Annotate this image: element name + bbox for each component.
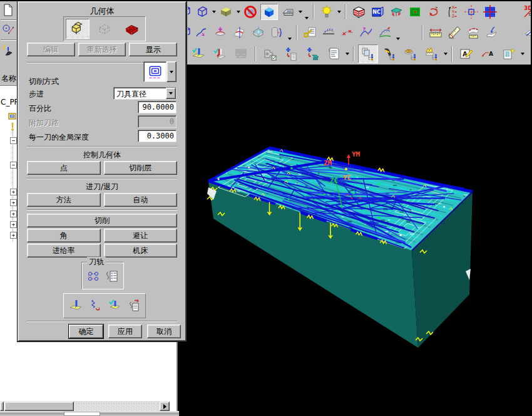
section-analysis-button[interactable] (212, 24, 229, 41)
replay-button[interactable] (86, 297, 104, 315)
measure-angle-button[interactable] (446, 24, 463, 41)
list-button[interactable] (125, 297, 143, 315)
method-button[interactable]: 方法 (27, 193, 101, 207)
display-shaded-edges-dropdown[interactable] (235, 4, 241, 20)
program-group-icon[interactable] (8, 112, 17, 120)
machine-button[interactable]: 机床 (104, 244, 178, 257)
generate-toolpath-button[interactable] (188, 44, 208, 63)
tree-collapse-node[interactable]: − (10, 162, 17, 169)
tree-expand-node[interactable]: + (10, 232, 17, 239)
scene-lights-dropdown[interactable] (336, 4, 342, 20)
corner-button[interactable]: 角 (27, 229, 101, 242)
offset-face-curve-button[interactable] (268, 24, 285, 41)
output-clsf-button[interactable] (281, 44, 301, 63)
program-order-view-button[interactable] (358, 44, 378, 63)
blank-geometry-button[interactable] (120, 19, 143, 39)
tree-expand-node[interactable]: + (10, 211, 17, 217)
rotate-wcs-button[interactable]: z (425, 4, 442, 20)
geometry-view-button[interactable] (401, 44, 421, 63)
toolbar-overflow-arrow[interactable] (286, 38, 293, 43)
tree-expand-node[interactable]: + (10, 221, 17, 228)
measure-face-button[interactable] (464, 24, 482, 41)
ok-button[interactable]: 确定 (69, 325, 103, 338)
postprocess-button[interactable] (260, 44, 280, 63)
machining-method-view-button[interactable] (422, 44, 442, 63)
scene-lights-button[interactable] (318, 4, 335, 20)
deviation-check-button[interactable] (339, 24, 356, 41)
display-boundary-button[interactable] (406, 4, 424, 20)
hscroll-thumb[interactable] (4, 402, 74, 411)
pattern-stamp-button[interactable] (499, 44, 519, 63)
warning-icon[interactable] (8, 122, 17, 131)
auto-button[interactable]: 自动 (104, 193, 178, 207)
graphics-window[interactable]: ZMYMYCZC (179, 65, 532, 416)
project-curve-button[interactable] (193, 24, 210, 41)
work-plane-grid-button[interactable] (481, 4, 499, 20)
postprocess-machine-button[interactable] (302, 44, 322, 63)
leader-text-button[interactable]: A (478, 44, 498, 63)
tree-expand-node[interactable]: + (10, 199, 17, 206)
edit-button[interactable]: 编辑 (27, 43, 75, 56)
coordinate-readout-button[interactable]: X=Y=Z= (444, 4, 461, 20)
display-shaded-edges-button[interactable] (217, 4, 235, 20)
display-shaded-button[interactable] (260, 4, 278, 20)
toolpath-report-button[interactable] (231, 44, 251, 63)
stepover-combo[interactable]: 刀具直径 (113, 87, 176, 100)
part-geometry-button[interactable] (66, 19, 90, 39)
depth-per-cut-input[interactable] (138, 130, 176, 142)
machine-tool-view-button[interactable] (379, 44, 399, 63)
check-geometry-button[interactable] (93, 19, 116, 39)
verify-button[interactable] (106, 297, 123, 315)
annotation-editor-button[interactable]: A (456, 44, 476, 63)
finish-tool-button[interactable] (0, 41, 16, 59)
nc-program-node[interactable]: C_PR (1, 98, 19, 107)
verify-toolpath-button[interactable] (210, 44, 230, 63)
toolpath-display-button[interactable] (84, 268, 102, 285)
display-wireframe-dropdown[interactable] (211, 4, 217, 20)
new-part-button[interactable] (0, 1, 16, 19)
toolbar-overflow-arrow[interactable] (303, 17, 310, 22)
percent-input[interactable] (138, 101, 176, 113)
section-curve-button[interactable] (230, 24, 248, 41)
generate-button[interactable] (67, 297, 84, 315)
pattern-stamp-dropdown[interactable] (519, 46, 525, 62)
show-hide-object-button[interactable] (242, 4, 259, 20)
visual-preferences-button[interactable] (279, 4, 297, 20)
cut-levels-button[interactable]: 切削层 (104, 161, 178, 175)
slope-analysis-button[interactable] (320, 24, 337, 41)
tree-collapse-node[interactable]: − (10, 137, 17, 144)
display-button[interactable]: 显示 (129, 43, 177, 56)
point-button[interactable]: 点 (27, 161, 101, 175)
feed-rates-button[interactable]: 进给率 (27, 244, 101, 257)
machining-method-view-dropdown[interactable] (442, 46, 448, 62)
hscroll-right-button[interactable] (160, 402, 170, 411)
stepover-dropdown[interactable] (166, 88, 176, 99)
hscroll-left-button[interactable] (0, 402, 4, 411)
cut-method-combo[interactable] (143, 61, 176, 82)
reflect-analysis-icon[interactable] (523, 24, 531, 41)
object-information-button[interactable] (301, 24, 319, 41)
apply-button[interactable]: 应用 (108, 325, 142, 338)
avoidance-button[interactable]: 避让 (104, 229, 178, 242)
3d-input-toggle-icon[interactable]: 3D中 (523, 4, 531, 20)
display-wireframe-button[interactable] (193, 4, 210, 20)
navigator-hscrollbar[interactable] (0, 401, 170, 411)
shop-documentation-button[interactable] (324, 44, 344, 63)
curvature-graph-button[interactable] (376, 24, 394, 41)
wcs-dynamics-button[interactable] (463, 4, 480, 20)
cancel-button[interactable]: 取消 (147, 325, 181, 338)
visual-preferences-dropdown[interactable] (297, 4, 303, 20)
comb-analysis-button[interactable] (357, 24, 375, 41)
sketch-button[interactable] (0, 21, 16, 39)
intersection-curve-button[interactable] (249, 24, 267, 41)
tree-expand-node[interactable]: + (10, 189, 17, 195)
shop-documentation-dropdown[interactable] (344, 46, 350, 62)
cutting-button[interactable]: 切削 (27, 214, 177, 227)
section-display-button[interactable] (350, 4, 367, 20)
machine-table-button[interactable] (387, 4, 405, 20)
toolpath-list-button[interactable] (103, 268, 121, 285)
toolbar-overflow-arrow[interactable] (394, 38, 401, 43)
cut-method-dropdown[interactable] (166, 61, 176, 82)
measure-distance-button[interactable] (427, 24, 444, 41)
nc-simulation-button[interactable]: NC (369, 4, 386, 20)
